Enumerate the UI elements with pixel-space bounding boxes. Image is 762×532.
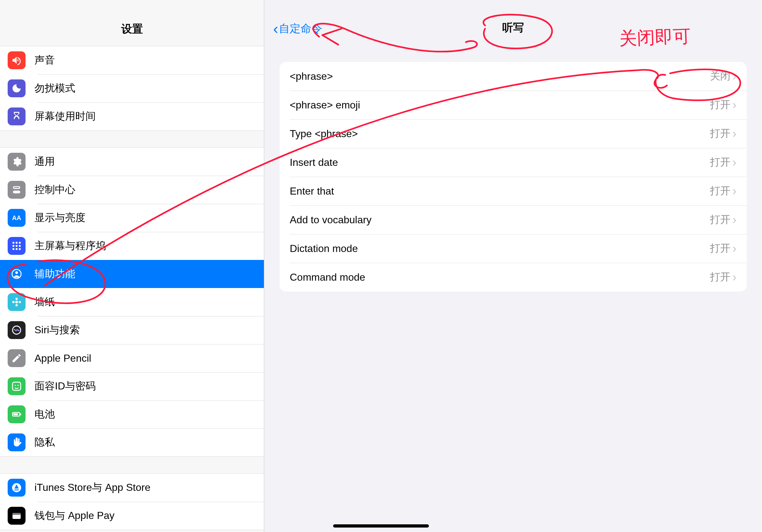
chevron-right-icon: › <box>732 184 736 198</box>
sidebar-item-itunes[interactable]: iTunes Store与 App Store <box>0 474 264 502</box>
detail-title: 听写 <box>502 21 524 35</box>
grid-icon <box>8 237 26 255</box>
sidebar-item-label: Siri与搜索 <box>35 323 80 337</box>
sidebar-item-label: 显示与亮度 <box>35 211 86 225</box>
sidebar-item-siri[interactable]: Siri与搜索 <box>0 316 264 344</box>
sidebar-item-display[interactable]: 显示与亮度 <box>0 204 264 232</box>
sidebar-item-label: 墙纸 <box>35 295 55 309</box>
sidebar-item-label: iTunes Store与 App Store <box>35 481 150 495</box>
back-label: 自定命令 <box>279 21 322 36</box>
sidebar-item-label: 主屏幕与程序坞 <box>35 239 106 253</box>
command-value: 打开 <box>710 127 730 141</box>
sidebar-item-label: 声音 <box>35 53 55 67</box>
pencil-icon <box>8 349 26 367</box>
chevron-right-icon: › <box>732 70 736 83</box>
sidebar-item-label: 屏幕使用时间 <box>35 109 96 123</box>
switches-icon <box>8 181 26 199</box>
sidebar-item-label: Apple Pencil <box>35 353 91 364</box>
command-label: Command mode <box>290 271 710 283</box>
command-label: Enter that <box>290 185 710 197</box>
command-value: 打开 <box>710 155 730 169</box>
sidebar-item-home-screen[interactable]: 主屏幕与程序坞 <box>0 232 264 260</box>
home-indicator[interactable] <box>333 524 429 528</box>
chevron-right-icon: › <box>732 156 736 169</box>
sidebar-item-label: 控制中心 <box>35 183 75 197</box>
sidebar-item-label: 辅助功能 <box>35 267 75 281</box>
sidebar-title: 设置 <box>0 22 264 36</box>
command-row[interactable]: Add to vocabulary打开› <box>279 205 747 234</box>
sidebar-item-wallet[interactable]: 钱包与 Apple Pay <box>0 502 264 530</box>
back-button[interactable]: ‹ 自定命令 <box>273 21 322 36</box>
chevron-right-icon: › <box>732 270 736 284</box>
sidebar-item-label: 面容ID与密码 <box>35 379 96 393</box>
sidebar-item-dnd[interactable]: 勿扰模式 <box>0 74 264 102</box>
command-label: Add to vocabulary <box>290 214 710 226</box>
command-row[interactable]: Insert date打开› <box>279 148 747 177</box>
sidebar-item-battery[interactable]: 电池 <box>0 400 264 428</box>
chevron-left-icon: ‹ <box>273 21 278 36</box>
sidebar-item-pencil[interactable]: Apple Pencil <box>0 344 264 372</box>
chevron-right-icon: › <box>732 242 736 255</box>
command-label: <phrase> <box>290 71 710 82</box>
sidebar-item-label: 通用 <box>35 155 55 169</box>
sidebar-item-faceid[interactable]: 面容ID与密码 <box>0 372 264 400</box>
command-label: <phrase> emoji <box>290 99 710 111</box>
person-icon <box>8 265 26 283</box>
sidebar-item-label: 电池 <box>35 407 55 421</box>
batt-icon <box>8 405 26 423</box>
sidebar-item-control-center[interactable]: 控制中心 <box>0 176 264 204</box>
wallet-icon <box>8 507 26 525</box>
commands-list: <phrase>关闭›<phrase> emoji打开›Type <phrase… <box>279 62 747 292</box>
command-row[interactable]: Type <phrase>打开› <box>279 119 747 148</box>
command-value: 关闭 <box>710 69 730 83</box>
command-value: 打开 <box>710 270 730 284</box>
chevron-right-icon: › <box>732 98 736 112</box>
settings-sidebar: 设置 声音勿扰模式屏幕使用时间通用控制中心显示与亮度主屏幕与程序坞辅助功能墙纸S… <box>0 0 264 532</box>
hourglass-icon <box>8 107 26 125</box>
hand-icon <box>8 433 26 451</box>
detail-header: ‹ 自定命令 听写 <box>264 0 762 41</box>
command-value: 打开 <box>710 241 730 255</box>
sidebar-item-label: 勿扰模式 <box>35 81 75 96</box>
appstore-icon <box>8 479 26 497</box>
siri-icon <box>8 321 26 339</box>
command-row[interactable]: Enter that打开› <box>279 177 747 205</box>
face-icon <box>8 377 26 395</box>
sidebar-item-wallpaper[interactable]: 墙纸 <box>0 288 264 316</box>
command-label: Insert date <box>290 157 710 168</box>
sidebar-item-sounds[interactable]: 声音 <box>0 46 264 74</box>
moon-icon <box>8 79 26 97</box>
command-label: Dictation mode <box>290 243 710 254</box>
command-label: Type <phrase> <box>290 128 710 140</box>
gear-icon <box>8 153 26 170</box>
command-value: 打开 <box>710 98 730 112</box>
sidebar-item-label: 隐私 <box>35 435 55 449</box>
flower-icon <box>8 293 26 311</box>
command-row[interactable]: Command mode打开› <box>279 263 747 292</box>
command-row[interactable]: Dictation mode打开› <box>279 234 747 263</box>
chevron-right-icon: › <box>732 213 736 227</box>
chevron-right-icon: › <box>732 127 736 141</box>
detail-pane: ‹ 自定命令 听写 <phrase>关闭›<phrase> emoji打开›Ty… <box>264 0 762 532</box>
aa-icon <box>8 209 26 227</box>
sidebar-item-privacy[interactable]: 隐私 <box>0 428 264 456</box>
command-row[interactable]: <phrase>关闭› <box>279 62 747 91</box>
sidebar-item-accessibility[interactable]: 辅助功能 <box>0 260 264 288</box>
command-value: 打开 <box>710 213 730 227</box>
command-value: 打开 <box>710 184 730 198</box>
sidebar-item-screen-time[interactable]: 屏幕使用时间 <box>0 102 264 130</box>
sidebar-item-general[interactable]: 通用 <box>0 148 264 176</box>
sidebar-item-label: 钱包与 Apple Pay <box>35 509 114 523</box>
speaker-icon <box>8 51 26 69</box>
command-row[interactable]: <phrase> emoji打开› <box>279 91 747 119</box>
